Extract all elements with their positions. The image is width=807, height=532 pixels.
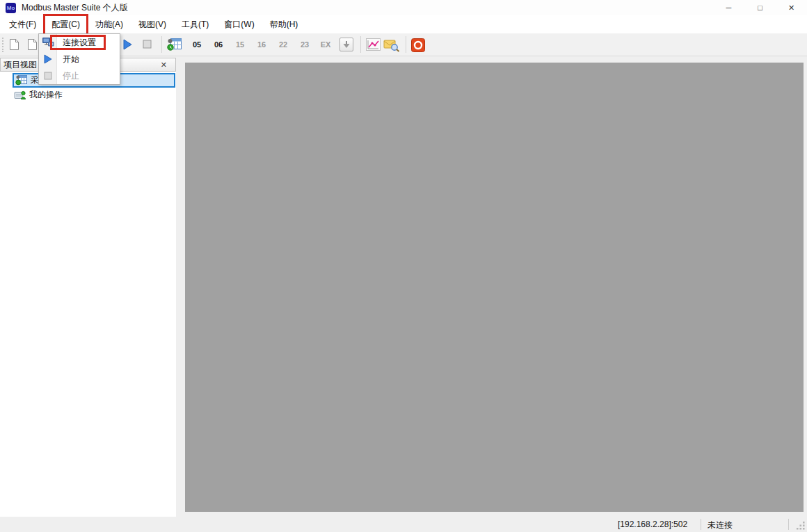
workspace-frame: 项目视图 ✕ 采 我的操 [0,56,807,517]
download-arrow-icon [342,40,351,49]
window-controls: ─ □ ✕ [713,0,807,15]
toolbar-separator [161,36,162,53]
menu-config[interactable]: 配置(C) [45,16,86,33]
menu-help[interactable]: 帮助(H) [264,16,305,33]
function-ex-button[interactable]: EX [315,37,336,52]
toolbar: 05 06 15 16 22 23 EX [0,33,807,56]
function-15-button[interactable]: 15 [230,37,250,52]
statusbar-separator [701,519,701,530]
minimize-button[interactable]: ─ [713,0,744,15]
toolbar-separator [360,36,361,53]
connection-address: [192.168.2.28]:502 [618,519,687,529]
panel-close-icon[interactable]: ✕ [161,61,167,70]
record-icon[interactable] [411,38,425,52]
menu-window[interactable]: 窗口(W) [218,16,260,33]
menu-function[interactable]: 功能(A) [89,16,129,33]
highlight-annotation [50,35,106,50]
mail-search-icon[interactable] [383,38,400,52]
menu-tools[interactable]: 工具(T) [175,16,215,33]
poll-table-icon [15,74,28,86]
document-icon[interactable] [26,38,38,51]
download-arrow-button[interactable] [339,38,353,51]
app-icon: Mo [6,3,16,13]
new-document-icon[interactable] [8,38,20,51]
mdi-client-area [185,63,804,512]
stop-icon[interactable] [143,40,152,49]
function-06-button[interactable]: 06 [208,37,229,52]
chart-icon[interactable] [366,38,381,51]
tree-item-my-operations[interactable]: 我的操作 [13,88,176,102]
menu-file[interactable]: 文件(F) [3,16,42,33]
toolbar-grip[interactable] [2,38,5,52]
function-23-button[interactable]: 23 [294,37,315,52]
menu-bar: 文件(F) 配置(C) 功能(A) 视图(V) 工具(T) 窗口(W) 帮助(H… [0,15,807,33]
close-button[interactable]: ✕ [776,0,807,15]
function-22-button[interactable]: 22 [273,37,294,52]
title-bar: Mo Modbus Master Suite 个人版 ─ □ ✕ [0,0,807,15]
menu-item-start[interactable]: 开始 [39,51,120,67]
statusbar-separator [788,519,789,530]
poll-table-icon[interactable] [167,38,182,51]
connection-status: 未连接 [708,519,733,531]
function-05-button[interactable]: 05 [186,37,207,52]
play-icon[interactable] [123,39,133,50]
project-view-panel: 项目视图 ✕ 采 我的操 [0,58,176,517]
resize-grip-icon[interactable] [797,522,805,530]
maximize-button[interactable]: □ [744,0,776,15]
play-icon [44,54,53,64]
status-bar: [192.168.2.28]:502 未连接 [0,517,807,532]
tree-item-label: 我的操作 [29,89,63,101]
my-operations-icon [14,89,26,101]
menu-item-stop[interactable]: 停止 [39,67,120,84]
toolbar-separator [406,36,406,53]
stop-icon [44,72,52,80]
menu-item-label: 开始 [63,54,79,65]
window-title: Modbus Master Suite 个人版 [22,2,128,14]
menu-view[interactable]: 视图(V) [132,16,173,33]
function-16-button[interactable]: 16 [251,37,272,52]
project-view-title: 项目视图 [3,59,37,71]
menu-item-label: 停止 [63,70,79,82]
